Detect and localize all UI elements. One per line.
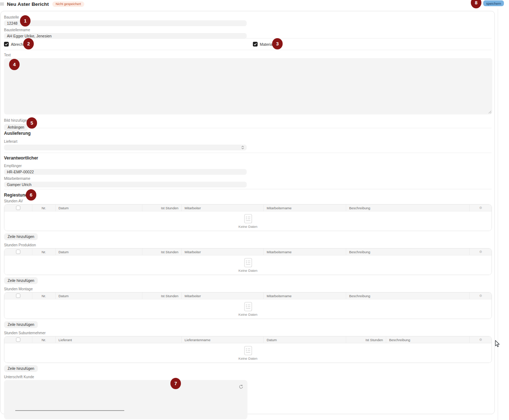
stunden-montage-table: Nr. Datum Ist Stunden Mitarbeiter Mitarb… [4, 292, 492, 319]
empfaenger-label: Empfänger [4, 164, 492, 168]
column-header-datum: Datum [264, 336, 346, 343]
table-header: Nr. Lieferant Lieferantenname Datum Ist … [4, 336, 492, 343]
select-chevrons-icon [241, 145, 244, 150]
stunden-av-label: Stunden AV [4, 199, 492, 203]
status-badge: Nicht gespeichert [52, 1, 84, 7]
mouse-cursor [495, 340, 501, 348]
add-row-button[interactable]: Zeile hinzufügen [4, 233, 38, 240]
no-data-icon [244, 302, 252, 311]
column-header-ist-stunden: Ist Stunden [142, 292, 182, 299]
check-icon [254, 43, 257, 46]
column-header-beschreibung: Beschreibung [346, 249, 470, 255]
table-settings-icon[interactable]: ⚙ [479, 206, 482, 210]
table-settings-icon[interactable]: ⚙ [479, 338, 482, 342]
annotation-marker-6: 6 [26, 189, 36, 201]
column-header-nr: Nr. [32, 205, 56, 211]
baustellenname-input[interactable] [4, 33, 247, 39]
stunden-produktion-table: Nr. Datum Ist Stunden Mitarbeiter Mitarb… [4, 248, 492, 275]
refresh-icon[interactable] [239, 384, 243, 389]
add-row-button[interactable]: Zeile hinzufügen [4, 277, 38, 284]
table-header: Nr. Datum Ist Stunden Mitarbeiter Mitarb… [4, 249, 492, 255]
column-header-datum: Datum [56, 205, 142, 211]
column-header-mitarbeiter: Mitarbeiter [182, 205, 264, 211]
mitarbeitername-input[interactable] [4, 182, 247, 187]
abrechnen-checkbox[interactable] [4, 42, 9, 47]
section-baustelle: Baustelle Baustellenname [4, 15, 492, 39]
baustelle-label: Baustelle [4, 15, 492, 19]
text-label: Text [4, 53, 492, 57]
material-label: Material [260, 42, 273, 47]
text-textarea[interactable] [4, 58, 492, 114]
section-regiestunden: Regiestunden Stunden AV Nr. Datum Ist St… [4, 189, 492, 414]
stunden-subunternehmer-table: Nr. Lieferant Lieferantenname Datum Ist … [4, 336, 492, 363]
resize-handle-icon[interactable] [488, 110, 492, 114]
page-edge-divider [498, 9, 498, 420]
column-header-datum: Datum [56, 249, 142, 255]
column-header-nr: Nr. [32, 249, 56, 255]
page-title: Neu Aster Bericht [7, 1, 49, 7]
section-text: Text Bild hinzufügen Anhängen [4, 50, 492, 128]
column-header-mitarbeitername: Mitarbeitername [264, 249, 346, 255]
bild-hinzufuegen-label: Bild hinzufügen [4, 118, 492, 122]
material-checkbox[interactable] [253, 42, 258, 47]
form-card: Baustelle Baustellenname Abrechnen Mater… [0, 11, 495, 414]
lieferart-label: Lieferart [4, 140, 492, 144]
baustelle-input[interactable] [4, 20, 247, 26]
select-all-cell[interactable] [4, 336, 32, 343]
table-header: Nr. Datum Ist Stunden Mitarbeiter Mitarb… [4, 205, 492, 211]
column-header-mitarbeitername: Mitarbeitername [264, 292, 346, 299]
no-data-icon [244, 258, 252, 267]
select-all-checkbox[interactable] [16, 250, 20, 254]
column-header-beschreibung: Beschreibung [386, 336, 470, 343]
add-row-button[interactable]: Zeile hinzufügen [4, 321, 38, 328]
column-header-ist-stunden: Ist Stunden [142, 205, 182, 211]
select-all-cell[interactable] [4, 292, 32, 299]
signature-line [15, 410, 124, 411]
annotation-marker-4: 4 [9, 59, 20, 70]
annotation-marker-1: 1 [20, 15, 31, 27]
abrechnen-checkbox-item[interactable]: Abrechnen [4, 42, 253, 47]
unterschrift-kunde-label: Unterschrift Kunde [4, 375, 492, 379]
annotation-marker-3: 3 [272, 38, 283, 49]
lieferart-select[interactable] [4, 145, 247, 150]
stunden-montage-label: Stunden Montage [4, 287, 492, 291]
column-header-ist-stunden: Ist Stunden [346, 336, 386, 343]
select-all-cell[interactable] [4, 249, 32, 255]
table-empty-body: Keine Daten [4, 343, 492, 363]
verantwortlicher-heading: Verantwortlicher [4, 156, 492, 161]
check-icon [5, 43, 8, 46]
no-data-text: Keine Daten [238, 356, 257, 360]
select-all-checkbox[interactable] [16, 338, 20, 342]
column-header-nr: Nr. [32, 292, 56, 299]
material-checkbox-item[interactable]: Material [253, 42, 273, 47]
add-row-button[interactable]: Zeile hinzufügen [4, 365, 38, 372]
no-data-text: Keine Daten [238, 225, 257, 229]
header-bar: Neu Aster Bericht Nicht gespeichert spei… [0, 0, 509, 8]
table-settings-icon[interactable]: ⚙ [479, 294, 482, 298]
select-all-cell[interactable] [4, 205, 32, 211]
select-all-checkbox[interactable] [16, 206, 20, 210]
column-header-nr: Nr. [32, 336, 56, 343]
save-button[interactable]: speichern [483, 0, 504, 6]
column-header-mitarbeiter: Mitarbeiter [182, 292, 264, 299]
menu-icon[interactable] [0, 3, 4, 6]
mitarbeitername-label: Mitarbeitername [4, 177, 492, 181]
stunden-produktion-label: Stunden Produktion [4, 243, 492, 247]
no-data-text: Keine Daten [238, 268, 257, 272]
column-header-beschreibung: Beschreibung [346, 292, 470, 299]
column-header-mitarbeitername: Mitarbeitername [264, 205, 346, 211]
table-settings-icon[interactable]: ⚙ [479, 250, 482, 254]
section-auslieferung: Auslieferung Lieferart [4, 128, 492, 153]
stunden-av-table: Nr. Datum Ist Stunden Mitarbeiter Mitarb… [4, 204, 492, 231]
signature-pad[interactable] [4, 380, 247, 419]
column-header-mitarbeiter: Mitarbeiter [182, 249, 264, 255]
section-verantwortlicher: Verantwortlicher Empfänger Mitarbeiterna… [4, 153, 492, 189]
column-header-lieferantenname: Lieferantenname [182, 336, 264, 343]
table-empty-body: Keine Daten [4, 255, 492, 275]
table-empty-body: Keine Daten [4, 299, 492, 319]
column-header-datum: Datum [56, 292, 142, 299]
empfaenger-input[interactable] [4, 169, 247, 175]
table-header: Nr. Datum Ist Stunden Mitarbeiter Mitarb… [4, 292, 492, 299]
baustellenname-label: Baustellenname [4, 28, 492, 32]
select-all-checkbox[interactable] [16, 294, 20, 298]
